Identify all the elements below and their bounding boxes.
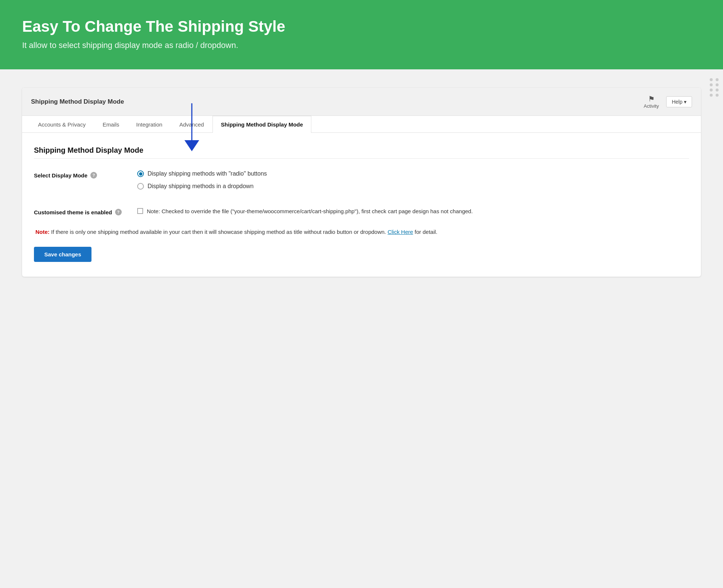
chevron-down-icon: ▾ bbox=[684, 99, 686, 105]
dot-5 bbox=[710, 89, 713, 91]
display-mode-options: Display shipping methods with "radio" bu… bbox=[137, 170, 689, 196]
radio-option-radio-label: Display shipping methods with "radio" bu… bbox=[148, 170, 267, 177]
settings-card: Shipping Method Display Mode ⚑ Activity … bbox=[22, 88, 701, 277]
tab-shipping-method-display-mode[interactable]: Shipping Method Display Mode bbox=[212, 116, 312, 133]
card-header-title: Shipping Method Display Mode bbox=[31, 98, 124, 106]
help-button[interactable]: Help ▾ bbox=[666, 96, 692, 107]
select-display-mode-help-icon[interactable]: ? bbox=[90, 172, 97, 179]
tab-accounts-privacy[interactable]: Accounts & Privacy bbox=[30, 116, 94, 133]
bottom-note-text: If there is only one shipping method ava… bbox=[51, 229, 388, 235]
header-right-controls: ⚑ Activity Help ▾ bbox=[644, 94, 692, 109]
dot-7 bbox=[710, 94, 713, 97]
customised-theme-label: Customised theme is enabled ? bbox=[34, 207, 137, 215]
radio-dropdown[interactable] bbox=[137, 183, 144, 190]
note-label: Note: bbox=[35, 229, 49, 235]
dot-8 bbox=[716, 94, 719, 97]
radio-radio-buttons[interactable] bbox=[137, 170, 144, 177]
bottom-note: Note: If there is only one shipping meth… bbox=[34, 228, 689, 236]
dot-3 bbox=[710, 83, 713, 86]
radio-option-dropdown[interactable]: Display shipping methods in a dropdown bbox=[137, 183, 689, 190]
dot-2 bbox=[716, 78, 719, 81]
save-changes-button[interactable]: Save changes bbox=[34, 247, 91, 262]
checkbox-row: Note: Checked to override the file ("you… bbox=[137, 207, 689, 216]
card-header: Shipping Method Display Mode ⚑ Activity … bbox=[22, 88, 701, 116]
customised-theme-help-icon[interactable]: ? bbox=[115, 209, 122, 215]
select-display-mode-label: Select Display Mode ? bbox=[34, 170, 137, 179]
dots-decoration bbox=[710, 78, 719, 97]
tab-integration[interactable]: Integration bbox=[128, 116, 171, 133]
hero-banner: Easy To Change The Shipping Style It all… bbox=[0, 0, 723, 69]
activity-label: Activity bbox=[644, 103, 659, 109]
customised-theme-checkbox[interactable] bbox=[137, 208, 143, 214]
customised-theme-row: Customised theme is enabled ? Note: Chec… bbox=[34, 207, 689, 216]
radio-option-radio-buttons[interactable]: Display shipping methods with "radio" bu… bbox=[137, 170, 689, 177]
bottom-note-suffix: for detail. bbox=[415, 229, 437, 235]
select-display-mode-row: Select Display Mode ? Display shipping m… bbox=[34, 170, 689, 196]
dot-1 bbox=[710, 78, 713, 81]
hero-title: Easy To Change The Shipping Style bbox=[22, 18, 701, 35]
click-here-link[interactable]: Click Here bbox=[388, 229, 413, 235]
dot-6 bbox=[716, 89, 719, 91]
radio-option-dropdown-label: Display shipping methods in a dropdown bbox=[148, 183, 253, 190]
tab-emails[interactable]: Emails bbox=[94, 116, 128, 133]
tabs-row: Accounts & Privacy Emails Integration Ad… bbox=[22, 116, 701, 133]
section-title: Shipping Method Display Mode bbox=[34, 146, 689, 159]
activity-button[interactable]: ⚑ Activity bbox=[644, 94, 659, 109]
checkbox-note-text: Note: Checked to override the file ("you… bbox=[147, 207, 473, 216]
dot-4 bbox=[716, 83, 719, 86]
flag-icon: ⚑ bbox=[648, 94, 655, 103]
card-body: Shipping Method Display Mode Select Disp… bbox=[22, 133, 701, 277]
tab-advanced[interactable]: Advanced bbox=[171, 116, 212, 133]
help-label: Help bbox=[672, 99, 682, 105]
main-content: Shipping Method Display Mode ⚑ Activity … bbox=[0, 69, 723, 295]
hero-subtitle: It allow to select shipping display mode… bbox=[22, 41, 701, 50]
customised-theme-control: Note: Checked to override the file ("you… bbox=[137, 207, 689, 216]
